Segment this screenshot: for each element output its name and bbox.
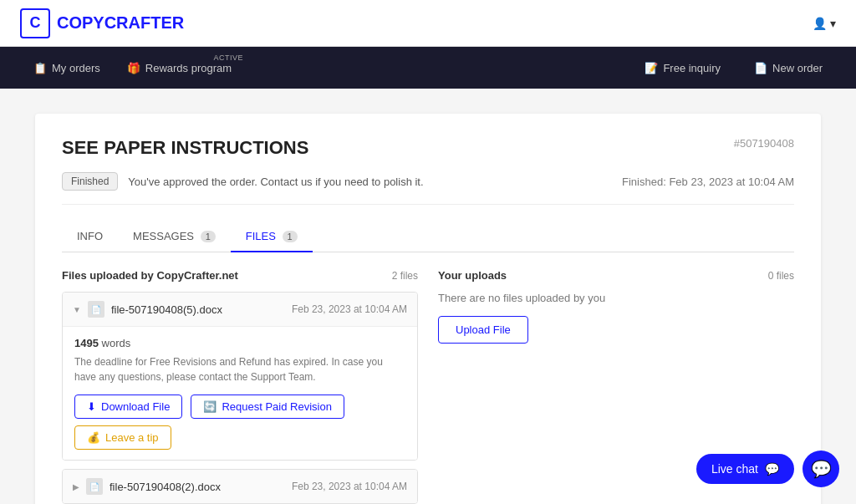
- file-item-1-left: ▼ 📄 file-507190408(5).docx: [73, 301, 222, 318]
- download-icon: ⬇: [87, 400, 96, 413]
- main-nav: 📋 My orders 🎁 Rewards program ACTIVE 📝 F…: [0, 47, 856, 89]
- active-badge: ACTIVE: [214, 53, 244, 62]
- status-message: You've approved the order. Contact us if…: [128, 176, 423, 188]
- finished-date: Finished: Feb 23, 2023 at 10:04 AM: [622, 176, 794, 188]
- nav-label-my-orders: My orders: [52, 62, 100, 74]
- page-title: SEE PAPER INSTRUCTIONS: [62, 137, 308, 159]
- tip-action: 💰 Leave a tip: [74, 425, 405, 450]
- tab-files-label: FILES: [246, 230, 276, 242]
- new-order-icon: 📄: [754, 62, 767, 74]
- uploaded-count: 2 files: [392, 270, 418, 282]
- file-toggle-1[interactable]: ▼: [73, 305, 81, 314]
- live-chat-area: Live chat 💬 💬: [696, 451, 839, 487]
- file-icon-1: 📄: [88, 301, 104, 318]
- tab-info[interactable]: INFO: [62, 221, 118, 252]
- download-label: Download File: [101, 400, 170, 413]
- user-chevron-icon: ▾: [830, 17, 836, 30]
- tab-info-label: INFO: [77, 230, 103, 242]
- tab-messages-label: MESSAGES: [133, 230, 194, 242]
- rewards-icon: 🎁: [127, 62, 140, 74]
- live-chat-icon: 💬: [765, 462, 779, 476]
- files-left: Files uploaded by CopyCrafter.net 2 file…: [62, 269, 418, 504]
- nav-item-free-inquiry[interactable]: 📝 Free inquiry: [631, 47, 734, 89]
- file-date-2: Feb 23, 2023 at 10:04 AM: [292, 481, 407, 492]
- nav-item-rewards[interactable]: 🎁 Rewards program ACTIVE: [114, 47, 245, 89]
- nav-left: 📋 My orders 🎁 Rewards program ACTIVE: [20, 47, 245, 89]
- file-words-1: 1495 words: [74, 337, 405, 349]
- upload-label: Upload File: [456, 323, 511, 336]
- user-menu[interactable]: 👤 ▾: [813, 17, 836, 30]
- live-chat-button[interactable]: Live chat 💬: [696, 454, 794, 484]
- user-icon: 👤: [813, 17, 827, 30]
- file-item-2-header: ▶ 📄 file-507190408(2).docx Feb 23, 2023 …: [63, 470, 417, 503]
- messages-count: 1: [201, 231, 216, 242]
- file-item-1-header: ▼ 📄 file-507190408(5).docx Feb 23, 2023 …: [63, 293, 417, 326]
- page-content: SEE PAPER INSTRUCTIONS #507190408 Finish…: [35, 114, 821, 504]
- revision-icon: 🔄: [203, 400, 217, 413]
- status-left: Finished You've approved the order. Cont…: [62, 172, 424, 191]
- nav-item-my-orders[interactable]: 📋 My orders: [20, 47, 114, 89]
- no-files-message: There are no files uploaded by you: [438, 292, 794, 304]
- status-badge: Finished: [62, 172, 118, 191]
- live-chat-label: Live chat: [711, 462, 758, 476]
- nav-label-rewards: Rewards program: [145, 62, 232, 74]
- download-file-button[interactable]: ⬇ Download File: [74, 395, 182, 419]
- request-revision-button[interactable]: 🔄 Request Paid Revision: [191, 395, 344, 419]
- nav-label-free-inquiry: Free inquiry: [663, 62, 721, 74]
- leave-tip-button[interactable]: 💰 Leave a tip: [74, 425, 171, 450]
- brand-name: COPYCRAFTER: [57, 13, 184, 33]
- tip-label: Leave a tip: [105, 431, 159, 444]
- order-number: #507190408: [734, 137, 794, 150]
- revision-label: Request Paid Revision: [222, 400, 332, 413]
- logo[interactable]: C COPYCRAFTER: [20, 8, 184, 38]
- chat-bubble-icon: 💬: [811, 459, 832, 479]
- file-date-1: Feb 23, 2023 at 10:04 AM: [292, 303, 407, 315]
- file-name-2: file-507190408(2).docx: [110, 481, 221, 493]
- uploaded-by-title: Files uploaded by CopyCrafter.net: [62, 269, 238, 282]
- files-grid: Files uploaded by CopyCrafter.net 2 file…: [62, 269, 794, 504]
- file-details-1: 1495 words The deadline for Free Revisio…: [63, 326, 417, 460]
- uploaded-by-header: Files uploaded by CopyCrafter.net 2 file…: [62, 269, 418, 282]
- nav-right: 📝 Free inquiry 📄 New order: [631, 47, 836, 89]
- file-item-1: ▼ 📄 file-507190408(5).docx Feb 23, 2023 …: [62, 292, 418, 461]
- file-name-1: file-507190408(5).docx: [111, 303, 222, 316]
- tabs: INFO MESSAGES 1 FILES 1: [62, 221, 794, 252]
- file-item-2-left: ▶ 📄 file-507190408(2).docx: [73, 478, 221, 495]
- file-notice-1: The deadline for Free Revisions and Refu…: [74, 354, 405, 384]
- files-count: 1: [283, 231, 298, 242]
- tip-icon: 💰: [87, 431, 100, 444]
- file-actions-1: ⬇ Download File 🔄 Request Paid Revision: [74, 395, 405, 419]
- nav-label-new-order: New order: [772, 62, 823, 74]
- status-bar: Finished You've approved the order. Cont…: [62, 172, 794, 205]
- your-uploads-header: Your uploads 0 files: [438, 269, 794, 282]
- file-icon-2: 📄: [86, 478, 103, 495]
- tab-messages[interactable]: MESSAGES 1: [118, 221, 231, 252]
- logo-icon: C: [20, 8, 50, 38]
- file-toggle-2[interactable]: ▶: [73, 482, 79, 491]
- tab-files[interactable]: FILES 1: [231, 221, 313, 252]
- your-uploads-count: 0 files: [768, 270, 794, 282]
- inquiry-icon: 📝: [645, 62, 658, 74]
- top-header: C COPYCRAFTER 👤 ▾: [0, 0, 856, 47]
- your-uploads-title: Your uploads: [438, 269, 507, 282]
- nav-item-new-order[interactable]: 📄 New order: [741, 47, 836, 89]
- chat-icon-button[interactable]: 💬: [802, 451, 839, 487]
- paper-header: SEE PAPER INSTRUCTIONS #507190408: [62, 137, 794, 159]
- upload-file-button[interactable]: Upload File: [438, 316, 528, 344]
- file-item-2: ▶ 📄 file-507190408(2).docx Feb 23, 2023 …: [62, 469, 418, 504]
- orders-icon: 📋: [33, 62, 47, 74]
